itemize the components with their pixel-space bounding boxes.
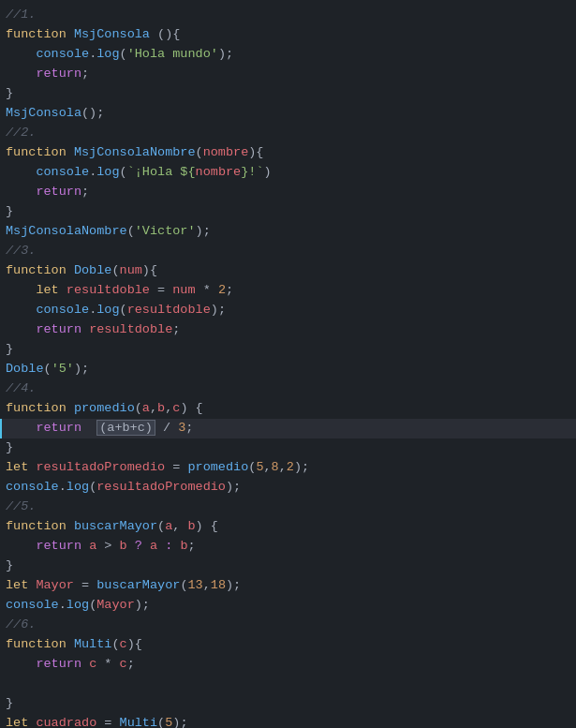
code-line: function Doble(num){ (0, 261, 576, 281)
code-line: function MsjConsolaNombre(nombre){ (0, 143, 576, 163)
line-content: } (2, 202, 576, 222)
code-line: } (0, 202, 576, 222)
code-line: function promedio(a,b,c) { (0, 399, 576, 419)
line-content: console.log('Hola mundo'); (2, 45, 576, 65)
code-line: return resultdoble; (0, 320, 576, 340)
line-content: return c * c; (2, 655, 576, 675)
line-content: function Multi(c){ (2, 635, 576, 655)
line-content: return (a+b+c) / 3; (2, 419, 576, 438)
code-line: } (0, 84, 576, 104)
line-content: } (2, 694, 576, 714)
line-content: } (2, 340, 576, 360)
line-content: console.log(Mayor); (2, 596, 576, 616)
line-content: return a > b ? a : b; (2, 537, 576, 557)
line-content: //6. (2, 616, 576, 635)
line-content: return; (2, 65, 576, 84)
line-content: console.log(resultdoble); (2, 301, 576, 320)
line-content: let cuadrado = Multi(5); (2, 714, 576, 728)
line-content: let resultadoPromedio = promedio(5,8,2); (2, 458, 576, 478)
line-content: console.log(`¡Hola ${nombre}!`) (2, 163, 576, 183)
code-line: console.log(resultdoble); (0, 301, 576, 320)
line-content: function buscarMayor(a, b) { (2, 517, 576, 537)
code-line: //3. (0, 242, 576, 261)
code-line: console.log('Hola mundo'); (0, 45, 576, 65)
line-content: MsjConsolaNombre('Victor'); (2, 222, 576, 242)
code-line: let resultadoPromedio = promedio(5,8,2); (0, 458, 576, 478)
line-content: let resultdoble = num * 2; (2, 281, 576, 301)
code-line: return c * c; (0, 655, 576, 675)
line-content: function MsjConsolaNombre(nombre){ (2, 143, 576, 163)
line-content: console.log(resultadoPromedio); (2, 478, 576, 498)
line-content: Doble('5'); (2, 360, 576, 379)
code-line: //6. (0, 616, 576, 635)
code-line: MsjConsola(); (0, 104, 576, 124)
line-content: //1. (2, 6, 576, 25)
code-line: function buscarMayor(a, b) { (0, 517, 576, 537)
line-content: let Mayor = buscarMayor(13,18); (2, 576, 576, 596)
code-line: Doble('5'); (0, 360, 576, 379)
line-content: function MsjConsola (){ (2, 25, 576, 45)
line-content: //5. (2, 498, 576, 517)
code-line: function MsjConsola (){ (0, 25, 576, 45)
code-line: //4. (0, 379, 576, 399)
code-line: function Multi(c){ (0, 635, 576, 655)
code-line: console.log(resultadoPromedio); (0, 478, 576, 498)
code-line: return; (0, 183, 576, 202)
code-editor: //1.function MsjConsola (){ console.log(… (0, 0, 576, 728)
code-line (0, 675, 576, 694)
code-line: //1. (0, 6, 576, 25)
line-content: } (2, 557, 576, 576)
code-line: return a > b ? a : b; (0, 537, 576, 557)
code-line: console.log(Mayor); (0, 596, 576, 616)
code-line: //2. (0, 124, 576, 143)
line-content: //4. (2, 379, 576, 399)
line-content: } (2, 84, 576, 104)
line-content: function promedio(a,b,c) { (2, 399, 576, 419)
code-line: console.log(`¡Hola ${nombre}!`) (0, 163, 576, 183)
line-content: return resultdoble; (2, 320, 576, 340)
code-line: return; (0, 65, 576, 84)
line-content: //3. (2, 242, 576, 261)
line-content: MsjConsola(); (2, 104, 576, 124)
code-line: let cuadrado = Multi(5); (0, 714, 576, 728)
code-line: } (0, 694, 576, 714)
code-line: } (0, 438, 576, 458)
code-line: } (0, 557, 576, 576)
code-line: return (a+b+c) / 3; (0, 419, 576, 438)
line-content: return; (2, 183, 576, 202)
code-line: MsjConsolaNombre('Victor'); (0, 222, 576, 242)
line-content: } (2, 438, 576, 458)
code-line: //5. (0, 498, 576, 517)
code-line: let Mayor = buscarMayor(13,18); (0, 576, 576, 596)
code-line: let resultdoble = num * 2; (0, 281, 576, 301)
code-line: } (0, 340, 576, 360)
line-content: function Doble(num){ (2, 261, 576, 281)
line-content: //2. (2, 124, 576, 143)
